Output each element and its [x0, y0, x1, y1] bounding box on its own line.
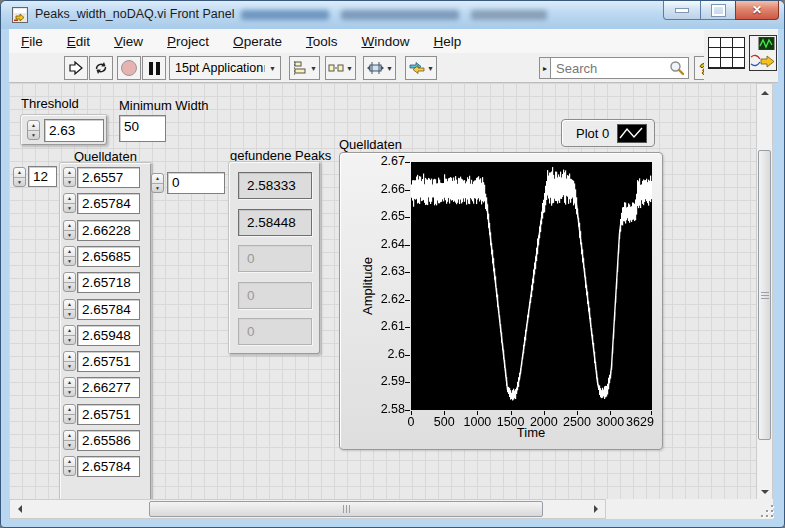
quelldaten-element-value[interactable]: 2.65718	[77, 272, 140, 293]
distribute-objects-button[interactable]: ▼	[325, 56, 356, 80]
increment-decrement-spinner[interactable]: ▲▼	[63, 377, 76, 397]
scroll-left-button[interactable]	[11, 501, 27, 517]
pause-button[interactable]	[142, 56, 166, 80]
increment-decrement-spinner[interactable]: ▲▼	[63, 299, 76, 319]
run-button[interactable]	[64, 56, 88, 80]
redacted-text-blur	[471, 10, 547, 20]
graph-title: Quelldaten	[339, 137, 402, 152]
waveform-graph: Amplitude Time 2.672.662.652.642.632.622…	[339, 152, 663, 450]
horizontal-scrollbar[interactable]	[9, 499, 606, 519]
x-tick-mark	[411, 411, 412, 415]
y-tick-label: 2.59	[357, 374, 405, 388]
menu-help[interactable]: Help	[421, 34, 473, 49]
title-bar: Peaks_width_noDAQ.vi Front Panel ✕	[1, 1, 785, 29]
quelldaten-array-index[interactable]: 12	[28, 166, 57, 187]
window-title: Peaks_width_noDAQ.vi Front Panel	[35, 7, 234, 21]
run-continuously-button[interactable]	[89, 56, 113, 80]
increment-decrement-spinner[interactable]: ▲▼	[27, 120, 40, 140]
y-tick-label: 2.64	[357, 237, 405, 251]
scroll-up-button[interactable]	[757, 84, 773, 100]
quelldaten-element-value[interactable]: 2.66228	[77, 220, 140, 241]
x-tick-mark	[444, 411, 445, 415]
increment-decrement-spinner[interactable]: ▲▼	[63, 220, 76, 240]
increment-decrement-spinner[interactable]: ▲▼	[63, 193, 76, 213]
plot-legend[interactable]: Plot 0	[561, 119, 655, 147]
y-tick-label: 2.65	[357, 209, 405, 223]
quelldaten-array-element: ▲▼2.65784	[63, 193, 140, 215]
menu-edit[interactable]: Edit	[55, 34, 102, 49]
alignment-grid-button[interactable]	[708, 37, 745, 69]
quelldaten-element-value[interactable]: 2.65948	[77, 325, 140, 346]
y-tick-mark	[405, 327, 410, 328]
increment-decrement-spinner[interactable]: ▲▼	[63, 430, 76, 450]
quelldaten-element-value[interactable]: 2.65784	[77, 456, 140, 477]
redacted-text-blur	[241, 10, 329, 20]
minimum-width-value[interactable]: 50	[119, 115, 166, 142]
peaks-element-value: 0	[238, 245, 312, 272]
quelldaten-element-value[interactable]: 2.65784	[77, 299, 140, 320]
scroll-right-button[interactable]	[588, 501, 604, 517]
menu-file[interactable]: File	[9, 34, 55, 49]
run-continuously-icon	[93, 60, 109, 76]
x-tick-mark	[544, 411, 545, 415]
plot-area	[411, 162, 652, 410]
y-tick-label: 2.67	[357, 154, 405, 168]
increment-decrement-spinner[interactable]: ▲▼	[63, 456, 76, 476]
y-tick-mark	[405, 217, 410, 218]
quelldaten-element-value[interactable]: 2.65751	[77, 351, 140, 372]
plot-legend-label: Plot 0	[576, 126, 617, 141]
chevron-down-icon: ▼	[310, 65, 317, 72]
peaks-array-index[interactable]: 0	[167, 172, 225, 194]
quelldaten-element-value[interactable]: 2.65784	[77, 193, 140, 214]
menu-view[interactable]: View	[102, 34, 155, 49]
quelldaten-array-element: ▲▼2.65685	[63, 246, 140, 268]
quelldaten-element-value[interactable]: 2.65685	[77, 246, 140, 267]
threshold-value[interactable]: 2.63	[44, 119, 104, 142]
menu-project[interactable]: Project	[155, 34, 221, 49]
quelldaten-element-value[interactable]: 2.65751	[77, 404, 140, 425]
increment-decrement-spinner[interactable]: ▲▼	[63, 272, 76, 292]
close-button[interactable]: ✕	[735, 1, 779, 20]
search-options-button[interactable]: ▸	[539, 57, 551, 79]
menu-operate[interactable]: Operate	[221, 34, 294, 49]
align-objects-button[interactable]: ▼	[289, 56, 320, 80]
font-selector[interactable]: 15pt Application Font ▼	[169, 56, 281, 80]
y-tick-label: 2.63	[357, 264, 405, 278]
vertical-scrollbar[interactable]	[756, 83, 773, 501]
reorder-objects-icon	[408, 60, 426, 76]
maximize-icon	[712, 5, 725, 16]
scroll-down-button[interactable]	[757, 484, 773, 500]
quelldaten-element-value[interactable]: 2.65586	[77, 430, 140, 451]
quelldaten-element-value[interactable]: 2.66277	[77, 377, 140, 398]
increment-decrement-spinner[interactable]: ▲▼	[63, 246, 76, 266]
increment-decrement-spinner[interactable]: ▲▼	[63, 325, 76, 345]
minimize-button[interactable]	[663, 1, 701, 20]
quelldaten-array-element: ▲▼2.65784	[63, 456, 140, 478]
plot-line-style-icon	[617, 124, 647, 143]
maximize-button[interactable]	[701, 1, 735, 20]
labview-vi-icon	[12, 7, 28, 23]
waveform-canvas	[411, 162, 652, 410]
quelldaten-array-element: ▲▼2.65784	[63, 299, 140, 321]
vi-icon-badge[interactable]	[749, 35, 777, 71]
x-tick-mark	[511, 411, 512, 415]
x-tick-mark	[651, 411, 652, 415]
horizontal-scroll-thumb[interactable]	[149, 501, 543, 517]
array-index-spinner[interactable]: ▲▼	[151, 173, 164, 193]
menu-tools[interactable]: Tools	[294, 34, 350, 49]
vertical-scroll-thumb[interactable]	[758, 150, 771, 440]
resize-grip[interactable]	[761, 505, 773, 517]
abort-button[interactable]	[117, 56, 141, 80]
reorder-objects-button[interactable]: ▼	[405, 56, 437, 80]
quelldaten-array-element: ▲▼2.65751	[63, 351, 140, 373]
run-arrow-icon	[68, 60, 84, 76]
quelldaten-element-value[interactable]: 2.6557	[77, 167, 140, 188]
peaks-element-value: 0	[238, 282, 312, 309]
array-index-spinner[interactable]: ▲▼	[13, 167, 26, 187]
increment-decrement-spinner[interactable]: ▲▼	[63, 351, 76, 371]
resize-objects-button[interactable]: ▼	[363, 56, 396, 80]
increment-decrement-spinner[interactable]: ▲▼	[63, 404, 76, 424]
menu-window[interactable]: Window	[349, 34, 421, 49]
pause-icon	[149, 62, 160, 75]
increment-decrement-spinner[interactable]: ▲▼	[63, 167, 76, 187]
